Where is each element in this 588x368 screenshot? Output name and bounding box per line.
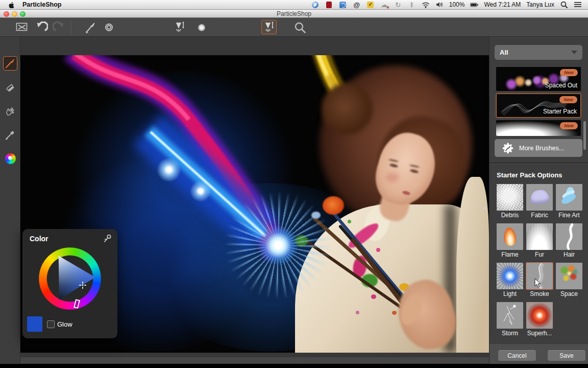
new-badge: New: [560, 69, 578, 76]
brush-filter-dropdown[interactable]: All: [495, 45, 582, 60]
eraser-tool-button[interactable]: [3, 81, 17, 95]
option-label: Flame: [495, 251, 525, 258]
paint-splatter: [371, 294, 376, 299]
color-wheel-tool-button[interactable]: [3, 151, 17, 166]
canvas-scroll-dot[interactable]: [483, 206, 486, 210]
woman-hair-bun: [322, 83, 373, 134]
option-storm[interactable]: [497, 302, 523, 329]
redo-button[interactable]: [53, 18, 66, 37]
cloud-error-icon[interactable]: ☁: [380, 1, 388, 9]
panel-bottom-bar: Cancel Save: [489, 343, 588, 364]
wifi-icon[interactable]: [422, 1, 430, 9]
color-panel[interactable]: Color Glow: [22, 229, 117, 338]
eyedropper-tool-button[interactable]: [3, 128, 17, 142]
menubar: ParticleShop @ ✓ ☁ ↻ ᛒ 100% Wed 7:21 AM …: [0, 0, 588, 10]
option-flame[interactable]: [497, 223, 523, 250]
window-title: ParticleShop: [0, 10, 588, 17]
transform-tool-button[interactable]: [16, 18, 29, 37]
cancel-button[interactable]: Cancel: [498, 350, 536, 361]
light-sparkle: [156, 156, 182, 183]
undo-button[interactable]: [35, 18, 48, 37]
paint-splatter: [356, 311, 359, 314]
toolbar-divider: [71, 20, 71, 35]
option-label: Superh...: [524, 330, 555, 337]
brush-size-icon: [105, 18, 113, 37]
sync-icon[interactable]: ↻: [394, 1, 402, 9]
menubar-app-name[interactable]: ParticleShop: [22, 1, 61, 8]
option-fur[interactable]: [526, 223, 553, 250]
at-icon[interactable]: @: [353, 1, 361, 9]
color-panel-title: Color: [30, 235, 48, 243]
face-detail: [386, 173, 399, 182]
option-label: Space: [554, 290, 584, 297]
bluetooth-icon[interactable]: ᛒ: [408, 1, 416, 9]
brush-splat-icon: [502, 142, 514, 154]
option-light[interactable]: [497, 263, 523, 289]
opacity-icon: [198, 18, 205, 37]
brush-pack-next[interactable]: New: [496, 120, 581, 136]
more-brushes-button[interactable]: More Brushes...: [495, 139, 582, 157]
compass-icon[interactable]: [311, 1, 320, 9]
toolbar: 549 100% 300%: [0, 18, 588, 37]
tools-sidebar: ?: [0, 37, 20, 364]
red-app-icon[interactable]: [325, 1, 333, 9]
spotlight-search-icon[interactable]: [560, 1, 568, 9]
desktop-background: [0, 364, 588, 368]
pin-icon[interactable]: [102, 234, 112, 244]
battery-icon[interactable]: [470, 1, 478, 9]
more-brushes-label: More Brushes...: [519, 145, 564, 152]
size-pen-pressure-toggle[interactable]: [172, 20, 187, 34]
option-label: Smoke: [524, 290, 555, 297]
brush-panel: All New Spaced Out New Starter Pack: [489, 37, 588, 364]
option-label: Fur: [524, 251, 555, 258]
blue-sync-app-icon[interactable]: [339, 1, 347, 9]
screen: ParticleShop @ ✓ ☁ ↻ ᛒ 100% Wed 7:21 AM …: [0, 0, 588, 368]
section-title: Starter Pack Options: [497, 171, 562, 179]
zoom-icon: [294, 18, 306, 37]
option-superheat[interactable]: [526, 302, 553, 329]
current-color-swatch[interactable]: [27, 316, 42, 332]
glow-checkbox[interactable]: [47, 320, 55, 328]
paint-splatter: [348, 220, 351, 223]
checkmark-icon[interactable]: ✓: [366, 1, 375, 9]
panel-divider: [489, 163, 588, 164]
opacity-pen-pressure-toggle[interactable]: [261, 20, 277, 34]
option-debris[interactable]: [497, 184, 523, 211]
notification-center-icon[interactable]: [574, 1, 582, 9]
chevron-down-icon: [571, 51, 577, 54]
brush-list-scrollbar[interactable]: [583, 121, 586, 150]
save-button[interactable]: Save: [548, 350, 585, 361]
brush-tool-button[interactable]: [3, 56, 17, 71]
brush-stroke-icon[interactable]: [84, 18, 96, 37]
brush-filter-value: All: [500, 49, 508, 56]
apple-menu-icon[interactable]: [7, 1, 15, 9]
option-label: Hair: [554, 251, 584, 258]
paint-splatter: [376, 248, 380, 252]
option-label: Light: [495, 290, 525, 297]
woman-arm: [456, 177, 489, 353]
brush-pack-spaced-out[interactable]: New Spaced Out: [496, 67, 581, 91]
volume-icon[interactable]: [435, 1, 444, 9]
glow-label: Glow: [57, 320, 72, 328]
light-starburst: [222, 189, 334, 302]
paint-splatter: [392, 311, 397, 315]
option-hair[interactable]: [556, 223, 582, 250]
color-selector-crosshair[interactable]: [79, 282, 86, 289]
battery-percent: 100%: [449, 1, 465, 8]
new-badge: New: [560, 122, 578, 129]
brush-pack-name: Starter Pack: [543, 108, 577, 115]
mouse-cursor: [534, 278, 541, 288]
new-badge: New: [559, 96, 577, 103]
option-label: Storm: [495, 330, 525, 337]
menubar-user[interactable]: Tanya Lux: [526, 1, 554, 8]
option-label: Fabric: [524, 212, 555, 219]
pan-hand-tool-button[interactable]: [3, 104, 17, 119]
brush-pack-starter-pack[interactable]: New Starter Pack: [496, 94, 581, 118]
option-label: Fine Art: [554, 212, 584, 219]
option-fabric[interactable]: [526, 184, 553, 211]
brush-pack-name: Spaced Out: [545, 82, 577, 89]
menubar-clock[interactable]: Wed 7:21 AM: [484, 1, 521, 8]
horizontal-scrollbar-track[interactable]: [20, 357, 489, 363]
option-fine-art[interactable]: [556, 184, 582, 211]
option-space[interactable]: [556, 263, 582, 289]
